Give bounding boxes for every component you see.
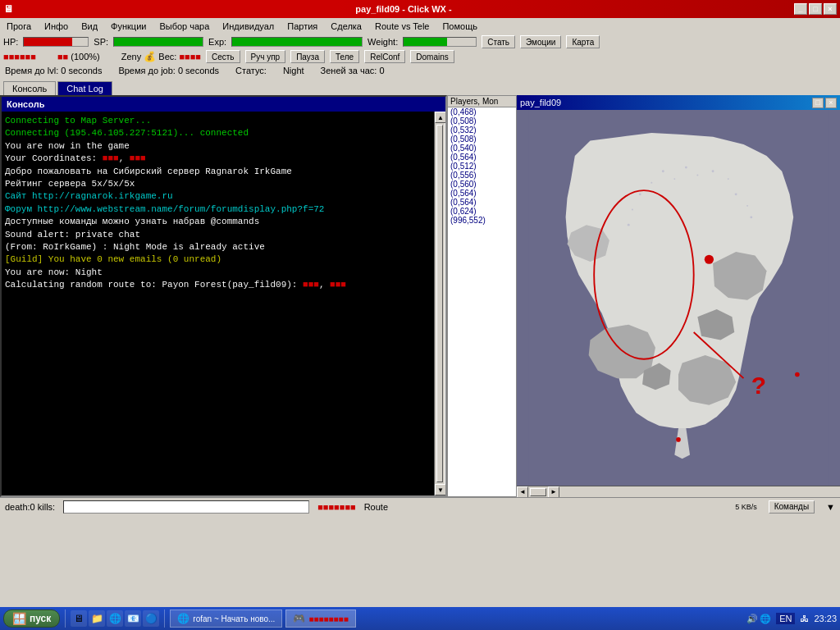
domains-button[interactable]: Domains xyxy=(410,50,454,63)
taskbar-icon-4[interactable]: 📧 xyxy=(125,610,141,627)
console-panel: Консоль Connecting to Map Server... Conn… xyxy=(0,95,447,497)
start-button[interactable]: 🪟 пуск xyxy=(3,609,60,628)
map-title-bar: pay_fild09 □ × xyxy=(517,95,840,110)
players-panel: Players, Mon (0,468) (0,508) (0,532) (0,… xyxy=(447,95,517,497)
menu-party[interactable]: Партия xyxy=(284,21,321,32)
menu-individual[interactable]: Индивидуал xyxy=(219,21,277,32)
zeny-label: Zeny xyxy=(121,52,141,62)
hp-value: ■■■■■■ xyxy=(3,52,36,62)
console-line: (From: RoIrkGame) : Night Mode is alread… xyxy=(5,241,431,253)
list-item[interactable]: (0,468) xyxy=(448,107,516,116)
dropdown-arrow[interactable]: ▼ xyxy=(826,502,835,512)
map-restore-button[interactable]: □ xyxy=(812,98,824,108)
tab-bar: Консоль Chat Log xyxy=(0,77,840,95)
sp-percent: (100%) xyxy=(71,52,99,62)
console-line: Sound alert: private chat xyxy=(5,229,431,241)
route-label: Route xyxy=(364,502,388,512)
menu-functions[interactable]: Функции xyxy=(107,21,149,32)
manual-control-button[interactable]: Руч упр xyxy=(245,50,286,63)
taskbar-right: 🔊 🌐 EN 🖧 23:23 xyxy=(746,613,837,624)
players-title: Players, Mon xyxy=(448,96,516,107)
svg-point-14 xyxy=(746,205,748,207)
tray-icon-2: 🌐 xyxy=(760,614,771,624)
map-button[interactable]: Карта xyxy=(566,35,600,48)
tray-icon-1: 🔊 xyxy=(746,614,758,624)
taskbar-app-browser[interactable]: 🌐 rofan ~ Начать ново... xyxy=(170,609,282,628)
list-item[interactable]: (0,512) xyxy=(448,162,516,171)
list-item[interactable]: (0,564) xyxy=(448,189,516,198)
list-item[interactable]: (0,564) xyxy=(448,153,516,162)
list-item[interactable]: (0,624) xyxy=(448,207,516,216)
taskbar-divider-1 xyxy=(65,609,66,628)
relconf-button[interactable]: RelConf xyxy=(364,50,405,63)
sp-value-label: ■■ xyxy=(57,52,68,62)
minimize-button[interactable]: _ xyxy=(794,3,807,15)
menu-bar: Прога Инфо Вид Функции Выбор чара Индиви… xyxy=(0,18,840,34)
list-item[interactable]: (996,552) xyxy=(448,216,516,225)
taskbar-app-game[interactable]: 🎮 ■■■■■■■■ xyxy=(285,609,355,628)
console-line: Connecting (195.46.105.227:5121)... conn… xyxy=(5,127,431,139)
svg-point-10 xyxy=(696,175,698,176)
taskbar-icon-3[interactable]: 🌐 xyxy=(107,610,123,627)
menu-vid[interactable]: Вид xyxy=(78,21,101,32)
taskbar-icon-1[interactable]: 🖥 xyxy=(71,610,87,627)
tab-chat-log[interactable]: Chat Log xyxy=(57,81,112,95)
console-scrollbar[interactable]: ▲ ▼ xyxy=(434,112,445,495)
svg-point-3 xyxy=(795,372,800,377)
menu-proga[interactable]: Прога xyxy=(3,21,34,32)
console-line: You are now in the game xyxy=(5,140,431,153)
sit-button[interactable]: Сесть xyxy=(206,50,240,63)
scroll-up-button[interactable]: ▲ xyxy=(435,112,445,123)
title-bar-icon: 🖥 xyxy=(3,3,13,15)
maximize-button[interactable]: □ xyxy=(809,3,822,15)
scroll-thumb[interactable] xyxy=(436,125,443,482)
taskbar-icon-2[interactable]: 📁 xyxy=(89,610,105,627)
console-output[interactable]: Connecting to Map Server... Connecting (… xyxy=(2,112,434,495)
taskbar: 🪟 пуск 🖥 📁 🌐 📧 🔵 🌐 rofan ~ Начать ново..… xyxy=(0,607,840,630)
stats-button[interactable]: Стать xyxy=(482,35,515,48)
speed-indicator: 5 KB/s xyxy=(735,503,757,511)
menu-route[interactable]: Route vs Tele xyxy=(372,21,432,32)
scroll-h-thumb[interactable] xyxy=(530,488,546,496)
map-close-button[interactable]: × xyxy=(825,98,837,108)
svg-point-15 xyxy=(750,216,752,218)
menu-info[interactable]: Инфо xyxy=(41,21,71,32)
taskbar-icon-5[interactable]: 🔵 xyxy=(143,610,159,627)
menu-trade[interactable]: Сделка xyxy=(327,21,365,32)
sp-label: SP: xyxy=(94,37,108,47)
scroll-down-button[interactable]: ▼ xyxy=(435,484,445,495)
map-window-controls: □ × xyxy=(812,98,837,108)
bottom-input[interactable] xyxy=(63,500,309,514)
players-list[interactable]: (0,468) (0,508) (0,532) (0,508) (0,540) … xyxy=(448,107,516,496)
hp-bar xyxy=(23,37,89,47)
quick-launch: 🖥 📁 🌐 📧 🔵 xyxy=(71,610,159,627)
sp-bar xyxy=(113,37,203,47)
weight-label: Weight: xyxy=(368,37,398,47)
list-item[interactable]: (0,508) xyxy=(448,116,516,126)
svg-point-1 xyxy=(705,255,714,264)
emotions-button[interactable]: Эмоции xyxy=(520,35,561,48)
scroll-right-button[interactable]: ► xyxy=(548,486,559,498)
zeny-weight-label: Вес: xyxy=(158,52,176,62)
commands-button[interactable]: Команды xyxy=(769,500,815,514)
close-button[interactable]: × xyxy=(824,3,837,15)
list-item[interactable]: (0,540) xyxy=(448,144,516,153)
tele-button[interactable]: Теле xyxy=(330,50,359,63)
list-item[interactable]: (0,532) xyxy=(448,126,516,135)
console-line: Форум http://www.webstream.name/forum/fo… xyxy=(5,203,431,216)
list-item[interactable]: (0,556) xyxy=(448,171,516,180)
console-line: Добро пожаловать на Сибирский сервер Rag… xyxy=(5,166,431,178)
list-item[interactable]: (0,564) xyxy=(448,198,516,207)
tab-console[interactable]: Консоль xyxy=(3,81,56,95)
svg-point-13 xyxy=(735,193,737,195)
scroll-left-button[interactable]: ◄ xyxy=(517,486,528,498)
list-item[interactable]: (0,508) xyxy=(448,135,516,144)
pause-button[interactable]: Пауза xyxy=(290,50,325,63)
menu-help[interactable]: Помощь xyxy=(439,21,481,32)
menu-char-select[interactable]: Выбор чара xyxy=(156,21,212,32)
map-scrollbar-h[interactable]: ◄ ► xyxy=(517,486,840,497)
console-line: Доступные команды можно узнать набрав @c… xyxy=(5,216,431,228)
svg-point-9 xyxy=(685,167,687,169)
list-item[interactable]: (0,560) xyxy=(448,180,516,189)
time-to-job: Время до job: 0 seconds xyxy=(118,66,219,75)
